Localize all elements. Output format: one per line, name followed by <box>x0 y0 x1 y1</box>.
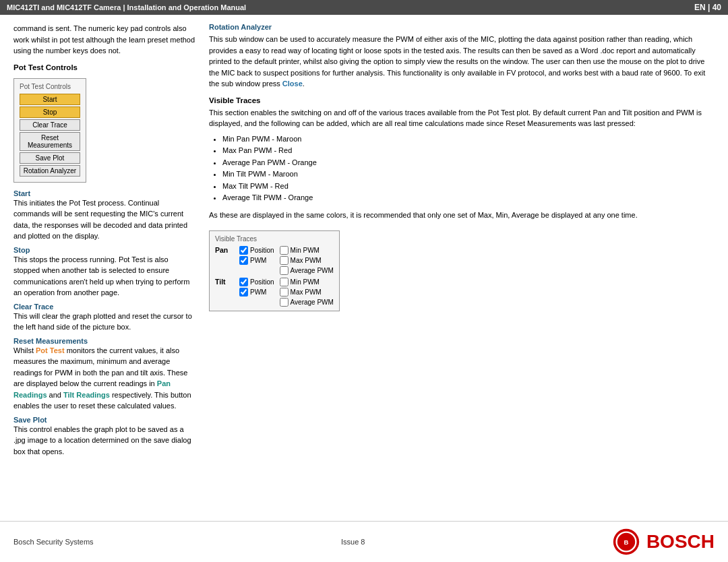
pan-row: Pan Position PWM <box>215 246 334 275</box>
footer-left: Bosch Security Systems <box>13 538 94 546</box>
pan-min-checkbox[interactable] <box>280 246 289 255</box>
pan-max-label: Max PWM <box>291 257 322 264</box>
bosch-logo-icon: B <box>613 528 640 555</box>
svg-text:B: B <box>624 538 628 546</box>
pot-test-heading: Pot Test Controls <box>13 63 195 71</box>
header-title: MIC412TI and MIC412TF Camera | Installat… <box>7 3 246 11</box>
right-column: Rotation Analyzer This sub window can be… <box>209 23 715 513</box>
pan-avg-label: Average PWM <box>291 267 334 274</box>
bullet-item: Average Tilt PWM - Orange <box>222 192 715 204</box>
start-button[interactable]: Start <box>20 94 80 105</box>
pan-max-checkbox[interactable] <box>280 256 289 265</box>
main-content: command is sent. The numeric key pad con… <box>0 15 728 521</box>
intro-text: command is sent. The numeric key pad con… <box>13 23 195 57</box>
pot-test-controls-box: Pot Test Controls Start Stop Clear Trace… <box>13 78 86 183</box>
rotation-analyzer-heading: Rotation Analyzer <box>209 23 715 31</box>
bosch-brand-text: BOSCH <box>646 531 715 553</box>
reset-measurements-text: Whilst Pot Test monitors the current val… <box>13 345 195 412</box>
reset-measurements-link[interactable]: Reset Measurements <box>13 337 195 345</box>
pan-pwm-label: PWM <box>250 257 266 264</box>
bullet-item: Min Tilt PWM - Maroon <box>222 168 715 181</box>
tilt-min-checkbox[interactable] <box>280 278 289 286</box>
vis-summary-text: As these are displayed in the same color… <box>209 210 715 221</box>
pot-test-inline-link[interactable]: Pot Test <box>36 346 65 354</box>
pan-min-check: Min PWM <box>280 246 334 255</box>
tilt-left-checks: Position PWM <box>239 278 274 296</box>
clear-trace-link[interactable]: Clear Trace <box>13 303 195 311</box>
stop-button[interactable]: Stop <box>20 106 80 118</box>
reset-measurements-button[interactable]: Reset Measurements <box>20 132 80 151</box>
start-text: This initiates the Pot Test process. Con… <box>13 197 195 242</box>
tilt-label: Tilt <box>215 278 234 286</box>
pan-position-checkbox[interactable] <box>239 246 248 255</box>
pan-left-checks: Position PWM <box>239 246 274 265</box>
save-plot-button[interactable]: Save Plot <box>20 152 80 164</box>
tilt-position-check: Position <box>239 278 274 286</box>
tilt-position-checkbox[interactable] <box>239 278 248 286</box>
visible-traces-text: This section enables the switching on an… <box>209 107 715 129</box>
stop-link[interactable]: Stop <box>13 246 195 254</box>
bullet-list: Min Pan PWM - Maroon Max Pan PWM - Red A… <box>222 133 715 205</box>
tilt-right-checks: Min PWM Max PWM Average PWM <box>280 278 334 307</box>
footer: Bosch Security Systems Issue 8 B BOSCH <box>0 521 728 562</box>
tilt-max-check: Max PWM <box>280 288 334 296</box>
tilt-avg-checkbox[interactable] <box>280 298 289 307</box>
visible-traces-box: Visible Traces Pan Position PWM <box>209 230 340 311</box>
pan-label: Pan <box>215 246 234 254</box>
tilt-row: Tilt Position PWM <box>215 278 334 307</box>
rotation-analyzer-button[interactable]: Rotation Analyzer <box>20 165 80 177</box>
header-bar: MIC412TI and MIC412TF Camera | Installat… <box>0 0 728 15</box>
stop-text: This stops the process running. Pot Test… <box>13 254 195 299</box>
bullet-item: Average Pan PWM - Orange <box>222 157 715 169</box>
left-column: command is sent. The numeric key pad con… <box>13 23 195 513</box>
tilt-pwm-check: PWM <box>239 288 274 296</box>
pan-min-label: Min PWM <box>291 247 320 254</box>
tilt-position-label: Position <box>250 278 274 286</box>
tilt-max-label: Max PWM <box>291 288 322 296</box>
tilt-min-label: Min PWM <box>291 278 320 286</box>
footer-center: Issue 8 <box>341 538 365 546</box>
pan-position-label: Position <box>250 247 274 254</box>
footer-right: B BOSCH <box>613 528 715 555</box>
clear-trace-text: This will clear the graph plotted and re… <box>13 311 195 333</box>
tilt-readings-link[interactable]: Tilt Readings <box>63 391 110 399</box>
start-section: Start This initiates the Pot Test proces… <box>13 189 195 242</box>
pan-right-checks: Min PWM Max PWM Average PWM <box>280 246 334 275</box>
save-plot-section: Save Plot This control enables the graph… <box>13 416 195 458</box>
pan-position-check: Position <box>239 246 274 255</box>
bullet-item: Max Pan PWM - Red <box>222 145 715 157</box>
pan-avg-checkbox[interactable] <box>280 266 289 275</box>
pan-max-check: Max PWM <box>280 256 334 265</box>
pan-pwm-checkbox[interactable] <box>239 256 248 265</box>
reset-measurements-section: Reset Measurements Whilst Pot Test monit… <box>13 337 195 412</box>
tilt-avg-label: Average PWM <box>291 299 334 306</box>
close-link[interactable]: Close <box>282 80 303 88</box>
header-page: EN | 40 <box>694 3 721 12</box>
pan-avg-check: Average PWM <box>280 266 334 275</box>
tilt-min-check: Min PWM <box>280 278 334 286</box>
visible-traces-heading: Visible Traces <box>209 96 715 104</box>
pan-pwm-check: PWM <box>239 256 274 265</box>
save-plot-text: This control enables the graph plot to b… <box>13 424 195 458</box>
bullet-item: Min Pan PWM - Maroon <box>222 133 715 146</box>
clear-trace-section: Clear Trace This will clear the graph pl… <box>13 303 195 333</box>
stop-section: Stop This stops the process running. Pot… <box>13 246 195 299</box>
tilt-pwm-checkbox[interactable] <box>239 288 248 296</box>
tilt-avg-check: Average PWM <box>280 298 334 307</box>
tilt-pwm-label: PWM <box>250 288 266 296</box>
pot-test-box-title: Pot Test Controls <box>20 83 80 90</box>
start-link[interactable]: Start <box>13 189 195 197</box>
rotation-analyzer-text: This sub window can be used to accuratel… <box>209 34 715 90</box>
save-plot-link[interactable]: Save Plot <box>13 416 195 424</box>
clear-trace-button[interactable]: Clear Trace <box>20 119 80 131</box>
vt-box-title: Visible Traces <box>215 235 334 243</box>
tilt-max-checkbox[interactable] <box>280 288 289 296</box>
bullet-item: Max Tilt PWM - Red <box>222 181 715 193</box>
